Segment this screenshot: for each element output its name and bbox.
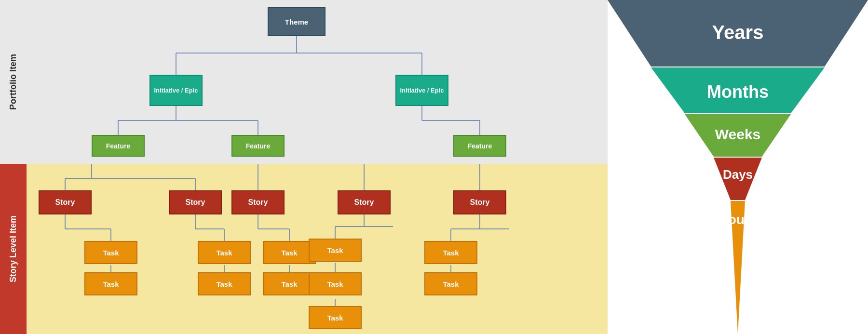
initiative-2-node: Initiative / Epic xyxy=(395,75,448,106)
task-node: Task xyxy=(424,272,477,295)
feature-3-node: Feature xyxy=(453,135,506,157)
svg-marker-44 xyxy=(685,114,791,157)
task-node: Task xyxy=(84,241,137,264)
portfolio-content: Theme Initiative / Epic Initiative / Epi… xyxy=(27,0,608,164)
feature-1-node: Feature xyxy=(92,135,145,157)
feature-2-node: Feature xyxy=(231,135,285,157)
theme-node: Theme xyxy=(268,7,326,36)
funnel-area: Years Months Weeks Days Hours xyxy=(608,0,868,334)
story-3-node: Story xyxy=(231,190,285,214)
story-1-node: Story xyxy=(39,190,92,214)
task-node: Task xyxy=(263,241,316,264)
initiative-1-node: Initiative / Epic xyxy=(149,75,203,106)
diagram-area: Portfolio Item xyxy=(0,0,608,334)
task-node: Task xyxy=(198,241,251,264)
svg-marker-45 xyxy=(714,158,762,200)
story-5-node: Story xyxy=(453,190,506,214)
story-level-item-label: Story Level Item xyxy=(0,164,27,334)
story-4-node: Story xyxy=(338,190,391,214)
task-node: Task xyxy=(309,306,362,329)
story-2-node: Story xyxy=(169,190,222,214)
task-node: Task xyxy=(84,272,137,295)
svg-marker-43 xyxy=(651,67,825,113)
portfolio-section: Portfolio Item xyxy=(0,0,608,164)
svg-marker-46 xyxy=(731,201,745,334)
task-node: Task xyxy=(309,239,362,262)
task-node: Task xyxy=(309,272,362,295)
story-content: Story Task Task Story Task Task Story Ta… xyxy=(27,164,608,334)
task-node: Task xyxy=(198,272,251,295)
portfolio-item-label: Portfolio Item xyxy=(0,0,27,164)
task-node: Task xyxy=(424,241,477,264)
svg-marker-42 xyxy=(608,0,868,67)
story-section: Story Level Item xyxy=(0,164,608,334)
task-node: Task xyxy=(263,272,316,295)
funnel-svg xyxy=(608,0,868,334)
